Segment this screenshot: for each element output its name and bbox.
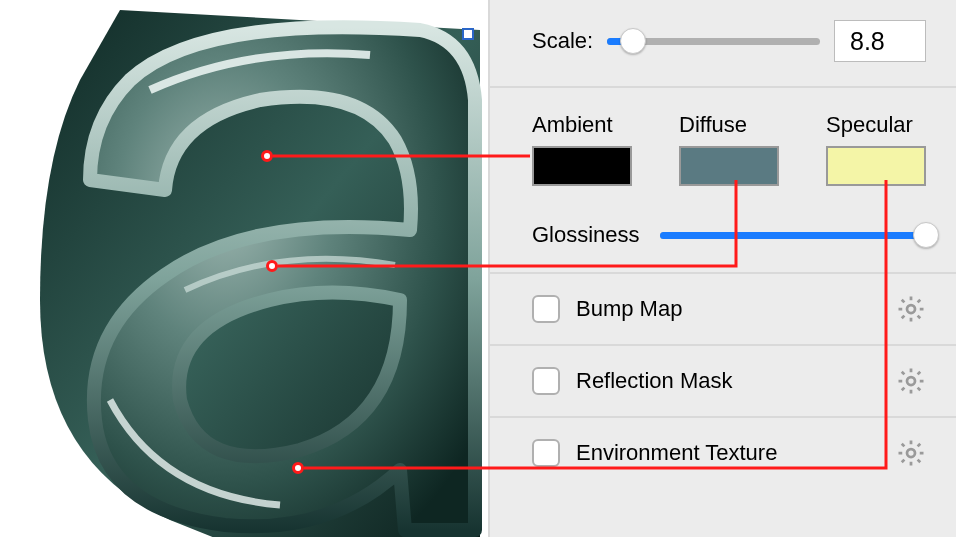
reflection-mask-settings-button[interactable] [896, 366, 926, 396]
ambient-swatch[interactable] [532, 146, 632, 186]
environment-texture-settings-button[interactable] [896, 438, 926, 468]
scale-row: Scale: [490, 0, 956, 88]
glossiness-label: Glossiness [532, 222, 640, 248]
ambient-label: Ambient [532, 112, 632, 138]
environment-texture-row: Environment Texture [490, 418, 956, 488]
svg-point-0 [907, 305, 915, 313]
bump-map-row: Bump Map [490, 274, 956, 346]
callout-dot-diffuse [266, 260, 278, 272]
reflection-mask-label: Reflection Mask [576, 368, 733, 394]
canvas-area[interactable] [0, 0, 488, 537]
reflection-mask-row: Reflection Mask [490, 346, 956, 418]
svg-point-1 [907, 377, 915, 385]
svg-point-2 [907, 449, 915, 457]
callout-dot-specular [292, 462, 304, 474]
properties-panel: Scale: Ambient Diffuse Specular Glossine… [488, 0, 956, 537]
letter-a-3d-preview [0, 0, 488, 537]
environment-texture-checkbox[interactable] [532, 439, 560, 467]
callout-dot-ambient [261, 150, 273, 162]
bump-map-checkbox[interactable] [532, 295, 560, 323]
environment-texture-label: Environment Texture [576, 440, 777, 466]
reflection-mask-checkbox[interactable] [532, 367, 560, 395]
glossiness-slider[interactable] [660, 226, 926, 244]
glossiness-row: Glossiness [490, 186, 956, 274]
specular-swatch[interactable] [826, 146, 926, 186]
diffuse-label: Diffuse [679, 112, 779, 138]
selection-handle-top-right[interactable] [462, 28, 474, 40]
color-swatch-row: Ambient Diffuse Specular [490, 88, 956, 186]
bump-map-label: Bump Map [576, 296, 682, 322]
diffuse-swatch[interactable] [679, 146, 779, 186]
scale-input[interactable] [834, 20, 926, 62]
specular-label: Specular [826, 112, 926, 138]
scale-label: Scale: [532, 28, 593, 54]
scale-slider[interactable] [607, 32, 820, 50]
bump-map-settings-button[interactable] [896, 294, 926, 324]
